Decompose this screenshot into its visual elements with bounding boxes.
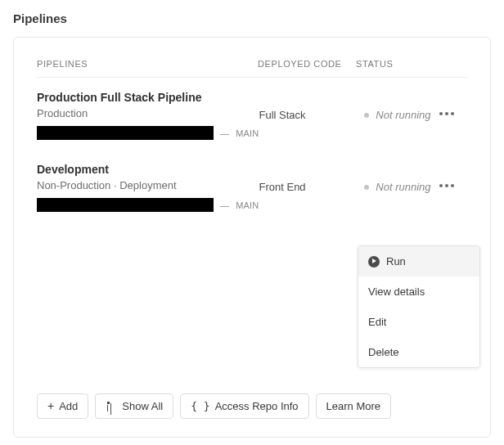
col-header-status: STATUS (356, 59, 430, 69)
menu-item-label: Edit (368, 316, 386, 328)
menu-item-view-details[interactable]: View details (358, 276, 479, 307)
branch-separator: — (220, 200, 229, 210)
more-actions-button[interactable] (431, 163, 454, 187)
col-header-deployed-code: DEPLOYED CODE (258, 59, 356, 69)
menu-item-edit[interactable]: Edit (358, 307, 479, 337)
menu-item-label: Run (386, 255, 406, 267)
learn-more-button[interactable]: Learn More (316, 393, 391, 419)
pipelines-card: PIPELINES DEPLOYED CODE STATUS Productio… (13, 37, 491, 438)
pipeline-subtitle: Non-Production · Deployment (37, 179, 259, 191)
more-actions-button[interactable] (431, 91, 454, 115)
page-title: Pipelines (13, 11, 491, 25)
pipeline-subtitle: Production (37, 107, 259, 119)
table-row: Production Full Stack Pipeline Productio… (37, 91, 467, 140)
status-dot-icon (364, 185, 369, 190)
button-label: Show All (122, 400, 163, 412)
branch-separator: — (220, 128, 229, 138)
play-icon (368, 256, 380, 267)
button-label: Access Repo Info (215, 400, 299, 412)
show-all-button[interactable]: Show All (95, 393, 173, 419)
table-header: PIPELINES DEPLOYED CODE STATUS (37, 59, 467, 78)
footer-actions: Add Show All Access Repo Info Learn More (37, 393, 391, 419)
pipeline-name: Production Full Stack Pipeline (37, 91, 259, 104)
button-label: Learn More (326, 400, 380, 412)
access-repo-info-button[interactable]: Access Repo Info (180, 393, 308, 419)
col-header-pipelines: PIPELINES (37, 59, 258, 69)
redacted-repo (37, 198, 214, 212)
tree-icon (106, 402, 117, 411)
menu-item-run[interactable]: Run (358, 246, 479, 276)
add-button[interactable]: Add (37, 393, 88, 419)
branch-label: MAIN (236, 128, 259, 138)
menu-item-label: View details (368, 285, 425, 298)
menu-item-delete[interactable]: Delete (358, 337, 479, 367)
branch-label: MAIN (236, 200, 259, 210)
status-text: Not running (376, 181, 430, 193)
table-row: Development Non-Production · Deployment … (37, 163, 467, 212)
button-label: Add (59, 400, 78, 412)
redacted-repo (37, 126, 214, 140)
pipeline-name: Development (37, 163, 259, 176)
status-text: Not running (376, 109, 430, 121)
braces-icon (191, 400, 209, 412)
menu-item-label: Delete (368, 346, 399, 358)
status-dot-icon (364, 113, 369, 118)
actions-menu: Run View details Edit Delete (358, 245, 480, 368)
plus-icon (47, 400, 54, 412)
deployed-code-value: Full Stack (259, 91, 358, 121)
deployed-code-value: Front End (259, 163, 358, 193)
